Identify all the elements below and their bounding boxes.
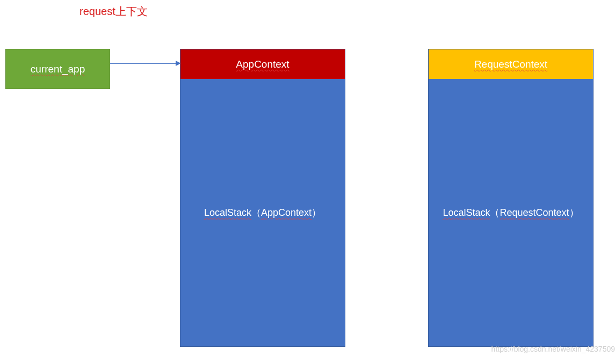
current-app-label: current_app [31,63,85,75]
watermark: https://blog.csdn.net/weixin_4237509 [491,345,615,353]
diagram-title: request上下文 [79,4,148,19]
localstack-label-left: LocalStack [204,207,251,218]
app-context-body: LocalStack（AppContext） [180,79,345,346]
app-context-stack: AppContext LocalStack（AppContext） [180,49,345,347]
arrow-line [110,63,180,64]
appcontext-param-left: AppContext [261,207,312,218]
app-context-header-label: AppContext [236,59,289,70]
app-context-header: AppContext [180,49,345,79]
current-app-box: current_app [5,49,110,89]
request-context-body-label: LocalStack（RequestContext） [443,206,578,219]
app-context-body-label: LocalStack（AppContext） [204,206,321,219]
request-context-header-label: RequestContext [474,59,547,70]
requestcontext-param-right: RequestContext [500,207,569,218]
request-context-stack: RequestContext LocalStack（RequestContext… [428,49,594,347]
localstack-label-right: LocalStack [443,207,490,218]
request-context-body: LocalStack（RequestContext） [429,79,593,346]
request-context-header: RequestContext [429,49,593,79]
